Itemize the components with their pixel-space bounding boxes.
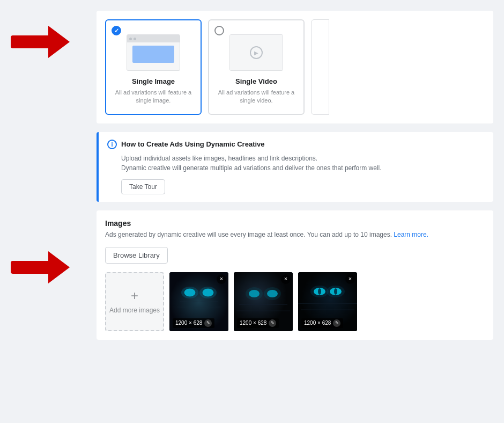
info-text: Upload individual assets like images, he… <box>121 154 485 173</box>
image-thumb-3-badge: 1200 × 628 ✎ <box>301 318 343 328</box>
edit-icon-2: ✎ <box>269 319 276 327</box>
single-image-thumbnail <box>127 34 180 71</box>
image-thumb-1-dimensions: 1200 × 628 <box>175 320 202 326</box>
edit-icon-3: ✎ <box>333 319 340 327</box>
radio-single-image-checked <box>112 26 121 35</box>
format-card-single-video[interactable]: ▶ Single Video All ad variations will fe… <box>208 19 305 115</box>
radio-single-video-unchecked <box>214 26 224 35</box>
image-thumb-3: 1200 × 628 ✎ × <box>298 272 357 331</box>
image-thumb-1-close[interactable]: × <box>217 274 226 284</box>
svg-point-11 <box>181 287 198 298</box>
single-video-thumbnail: ▶ <box>229 34 283 71</box>
svg-point-28 <box>327 286 345 297</box>
info-title: How to Create Ads Using Dynamic Creative <box>121 140 265 148</box>
image-thumb-2-close[interactable]: × <box>281 274 291 284</box>
svg-rect-2 <box>11 35 17 48</box>
main-content: Single Image All ad variations will feat… <box>91 0 504 423</box>
svg-rect-5 <box>11 261 17 274</box>
image-thumb-1-badge: 1200 × 628 ✎ <box>173 318 214 328</box>
format-card-single-image[interactable]: Single Image All ad variations will feat… <box>105 19 202 115</box>
image-thumb-3-dimensions: 1200 × 628 <box>304 320 331 326</box>
images-section-desc: Ads generated by dynamic creative will u… <box>105 230 485 239</box>
sidebar <box>0 0 91 423</box>
edit-icon-1: ✎ <box>204 319 212 327</box>
single-video-desc: All ad variations will feature a single … <box>218 89 295 105</box>
info-line2: Dynamic creative will generate multiple … <box>121 164 382 172</box>
svg-point-12 <box>199 287 217 298</box>
single-image-desc: All ad variations will feature a single … <box>115 89 192 105</box>
add-images-placeholder[interactable]: + Add more images <box>105 272 164 331</box>
add-images-label: Add more images <box>109 307 160 314</box>
single-image-title: Single Image <box>132 77 175 85</box>
svg-point-27 <box>310 286 329 297</box>
image-thumb-1: 1200 × 628 ✎ × <box>169 272 228 331</box>
images-section: Images Ads generated by dynamic creative… <box>97 210 493 340</box>
arrow-top <box>11 26 70 58</box>
info-box: i How to Create Ads Using Dynamic Creati… <box>97 132 493 202</box>
play-icon: ▶ <box>250 46 263 59</box>
image-thumb-2-dimensions: 1200 × 628 <box>240 320 266 326</box>
format-card-partial <box>311 19 329 115</box>
take-tour-button[interactable]: Take Tour <box>121 179 165 194</box>
image-thumb-2-badge: 1200 × 628 ✎ <box>237 318 279 328</box>
image-thumb-2: 1200 × 628 ✎ × <box>234 272 293 331</box>
format-cards-container: Single Image All ad variations will feat… <box>97 11 493 123</box>
arrow-bottom <box>11 251 70 283</box>
images-section-title: Images <box>105 219 485 228</box>
svg-marker-1 <box>48 26 70 58</box>
browse-library-button[interactable]: Browse Library <box>105 247 168 264</box>
single-video-title: Single Video <box>235 77 277 85</box>
images-desc-text: Ads generated by dynamic creative will u… <box>105 231 392 238</box>
image-thumb-3-close[interactable]: × <box>345 274 355 284</box>
info-header: i How to Create Ads Using Dynamic Creati… <box>107 140 485 149</box>
svg-point-18 <box>246 287 263 300</box>
image-grid: + Add more images <box>105 272 485 331</box>
plus-icon: + <box>131 289 138 302</box>
svg-marker-4 <box>48 251 70 283</box>
learn-more-link[interactable]: Learn more. <box>394 231 428 238</box>
svg-point-19 <box>264 287 281 300</box>
info-icon: i <box>107 140 117 149</box>
info-line1: Upload individual assets like images, he… <box>121 155 317 162</box>
